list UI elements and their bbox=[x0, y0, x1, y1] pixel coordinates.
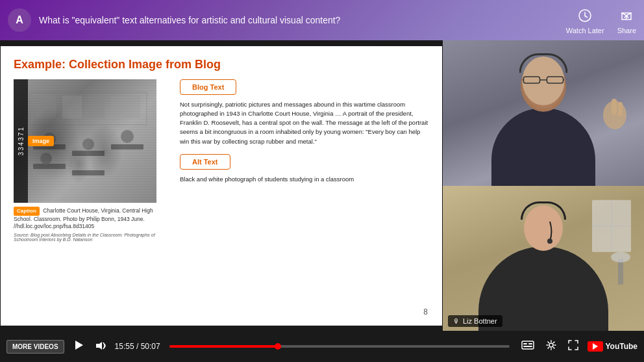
more-videos-button[interactable]: MORE VIDEOS bbox=[6, 340, 64, 354]
slide-title: Example: Collection Image from Blog bbox=[14, 58, 429, 71]
yt-play-icon bbox=[593, 343, 598, 350]
youtube-icon bbox=[588, 341, 603, 352]
watch-later-button[interactable]: Watch Later bbox=[566, 6, 604, 34]
settings-button[interactable] bbox=[543, 339, 559, 354]
caption-badge: Caption bbox=[14, 207, 40, 216]
main-content: Example: Collection Image from Blog 3343… bbox=[0, 40, 644, 331]
play-button[interactable] bbox=[69, 340, 88, 353]
slide-container: Example: Collection Image from Blog 3343… bbox=[1, 46, 442, 326]
alt-text-content: Black and white photograph of students s… bbox=[180, 175, 429, 184]
svg-rect-22 bbox=[618, 102, 623, 116]
name-badge: 🎙 Liz Bottner bbox=[448, 315, 502, 327]
svg-rect-14 bbox=[111, 96, 140, 118]
alt-text-button[interactable]: Alt Text bbox=[180, 154, 230, 170]
total-time: 50:07 bbox=[141, 342, 160, 351]
bottom-right-controls: YouTube bbox=[519, 339, 638, 354]
watch-later-icon bbox=[576, 6, 594, 25]
svg-point-28 bbox=[611, 252, 630, 262]
svg-marker-30 bbox=[96, 342, 102, 350]
share-button[interactable]: Share bbox=[617, 6, 636, 34]
captions-button[interactable] bbox=[519, 339, 537, 354]
slide-left: 334371 bbox=[14, 79, 169, 309]
share-icon bbox=[617, 6, 636, 25]
svg-point-9 bbox=[40, 153, 52, 164]
svg-rect-3 bbox=[111, 144, 143, 149]
svg-rect-34 bbox=[528, 343, 532, 344]
time-display: 15:55 / 50:07 bbox=[115, 342, 160, 351]
webcam-top bbox=[443, 40, 644, 186]
slide-area: Example: Collection Image from Blog 3343… bbox=[0, 40, 443, 331]
svg-rect-10 bbox=[30, 92, 147, 125]
slide-page-number: 8 bbox=[423, 307, 428, 317]
watch-later-label: Watch Later bbox=[566, 27, 604, 34]
svg-rect-31 bbox=[522, 341, 534, 349]
svg-marker-29 bbox=[75, 341, 83, 350]
svg-rect-32 bbox=[523, 343, 527, 344]
progress-dot bbox=[275, 343, 281, 350]
blog-text-content: Not surprisingly, patriotic pictures and… bbox=[180, 100, 429, 146]
volume-button[interactable] bbox=[93, 341, 110, 352]
svg-point-7 bbox=[82, 138, 94, 150]
share-label: Share bbox=[617, 27, 636, 34]
svg-rect-16 bbox=[547, 77, 564, 83]
svg-point-35 bbox=[549, 343, 553, 347]
right-panel: 🎙 Liz Bottner bbox=[443, 40, 644, 331]
bottom-bar: MORE VIDEOS 15:55 / 50:07 bbox=[0, 331, 644, 362]
progress-fill bbox=[169, 345, 278, 348]
svg-rect-4 bbox=[33, 164, 66, 169]
webcam-bottom: 🎙 Liz Bottner bbox=[443, 186, 644, 331]
slide-right: Blog Text Not surprisingly, patriotic pi… bbox=[180, 79, 429, 309]
svg-rect-11 bbox=[36, 96, 56, 118]
svg-rect-5 bbox=[72, 170, 105, 175]
image-badge: Image bbox=[28, 136, 54, 146]
progress-bar[interactable] bbox=[169, 345, 510, 348]
fullscreen-button[interactable] bbox=[565, 339, 581, 354]
photo-strip-text: 334371 bbox=[18, 126, 25, 155]
svg-rect-33 bbox=[523, 346, 532, 347]
time-separator: / bbox=[136, 342, 141, 351]
source-text: Source: Blog post Absorbing Details in t… bbox=[14, 233, 169, 242]
header-actions: Watch Later Share bbox=[566, 6, 636, 34]
youtube-label: YouTube bbox=[605, 342, 638, 351]
header-bar: A What is "equivalent" text alternatives… bbox=[0, 0, 644, 40]
mic-icon: 🎙 bbox=[453, 318, 460, 325]
svg-rect-15 bbox=[524, 77, 540, 83]
svg-rect-21 bbox=[612, 99, 617, 115]
video-title: What is "equivalent" text alternatives f… bbox=[39, 15, 566, 25]
svg-point-8 bbox=[121, 130, 134, 143]
current-time: 15:55 bbox=[115, 342, 134, 351]
svg-rect-2 bbox=[72, 151, 105, 156]
caption-area: Caption Charlotte Court House, Virginia.… bbox=[14, 207, 169, 230]
photo-strip: 334371 bbox=[14, 79, 28, 203]
svg-rect-12 bbox=[62, 96, 82, 118]
avatar: A bbox=[8, 8, 31, 32]
presenter-name: Liz Bottner bbox=[463, 317, 497, 325]
youtube-logo[interactable]: YouTube bbox=[588, 341, 638, 352]
blog-text-button[interactable]: Blog Text bbox=[180, 79, 236, 95]
presenter-headset bbox=[519, 53, 568, 73]
presenter-silhouette bbox=[491, 108, 595, 186]
svg-rect-13 bbox=[88, 96, 105, 118]
slide-body: 334371 bbox=[14, 79, 429, 309]
svg-point-23 bbox=[547, 239, 552, 244]
